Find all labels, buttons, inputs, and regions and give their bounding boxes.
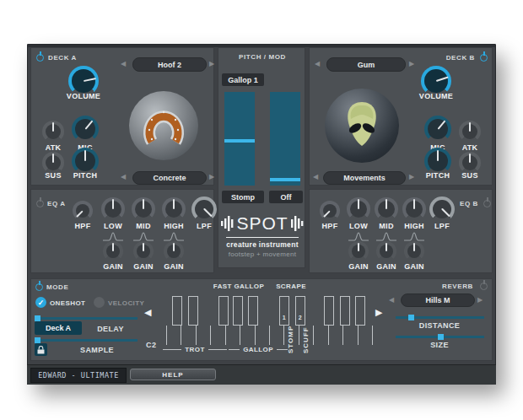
- eq-a-gain-label: GAIN: [164, 262, 184, 271]
- deck-a-volume-label: VOLUME: [67, 92, 100, 100]
- lock-icon: [37, 346, 45, 354]
- pitch-slider-2[interactable]: [270, 92, 300, 186]
- sample-slider[interactable]: [35, 339, 137, 342]
- pitch-slider-1-handle[interactable]: [224, 139, 255, 143]
- eq-a-low-gain-knob[interactable]: [103, 241, 123, 261]
- eq-b-high-label: HIGH: [404, 222, 424, 230]
- deck-a-mode-button[interactable]: Deck A: [35, 321, 82, 335]
- deck-b-power-icon[interactable]: [480, 54, 488, 62]
- black-key[interactable]: [355, 296, 365, 326]
- deck-b-sample-next-icon[interactable]: ▶: [409, 61, 414, 67]
- black-key-scrape-1[interactable]: [279, 296, 289, 326]
- lock-button[interactable]: [35, 343, 47, 356]
- black-key[interactable]: [172, 296, 182, 326]
- white-key-separator: [240, 326, 240, 345]
- eq-a-lpf-knob[interactable]: [191, 197, 217, 222]
- size-slider[interactable]: [396, 336, 484, 338]
- eq-a-power-icon[interactable]: [36, 200, 44, 207]
- eq-a-mid-gain-knob[interactable]: [133, 241, 154, 261]
- eq-a-mid-label: MID: [136, 222, 150, 230]
- eq-a-mid-knob[interactable]: [132, 197, 155, 221]
- delay-label[interactable]: DELAY: [97, 325, 124, 333]
- deck-mode-slider[interactable]: [35, 317, 137, 320]
- scuff-label: SCUFF: [302, 325, 310, 353]
- distance-slider-handle[interactable]: [408, 315, 414, 320]
- oneshot-checkbox[interactable]: [35, 297, 46, 308]
- deck-b-surface-select[interactable]: Movements: [323, 171, 406, 185]
- eq-b-high-knob[interactable]: [402, 197, 426, 221]
- trot-label: TROT: [185, 346, 204, 353]
- white-key-separator: [210, 326, 211, 345]
- eq-a-low-knob[interactable]: [101, 197, 125, 221]
- black-key-scrape-2[interactable]: [295, 296, 305, 326]
- pitch-slider-1[interactable]: [224, 92, 255, 186]
- reverb-preset-select[interactable]: Hills M: [401, 293, 475, 307]
- deck-a-sample-select[interactable]: Hoof 2: [132, 57, 207, 72]
- deck-b-surface-prev-icon[interactable]: ◀: [313, 174, 318, 180]
- sample-slider-handle[interactable]: [35, 337, 40, 343]
- eq-a-high-gain-knob[interactable]: [164, 241, 184, 261]
- deck-a-power-icon[interactable]: [36, 54, 44, 62]
- eq-b-mid-gain-knob[interactable]: [376, 241, 396, 261]
- pitch-mod-panel: PITCH / MOD Gallop 1 Stomp Off SPOT cr: [218, 47, 305, 268]
- white-key-separator: [181, 326, 181, 345]
- eq-b-panel: EQ B HPF LOW MID HIGH LPF GAIN GAIN GAIN: [309, 189, 493, 273]
- deck-b-atk-knob[interactable]: [459, 121, 481, 143]
- pitch-mod-bottom-right-button[interactable]: Off: [269, 191, 303, 203]
- eq-b-low-gain-knob[interactable]: [348, 241, 369, 261]
- mode-title: MODE: [46, 283, 68, 291]
- eq-b-lpf-knob[interactable]: [429, 197, 455, 222]
- deck-b-surface-next-icon[interactable]: ▶: [409, 174, 414, 180]
- eq-b-power-icon[interactable]: [483, 200, 491, 207]
- keyboard-next-button[interactable]: ▶: [375, 308, 382, 317]
- deck-a-sus-label: SUS: [45, 171, 61, 180]
- deck-a-surface-select[interactable]: Concrete: [132, 171, 207, 185]
- black-key[interactable]: [233, 296, 243, 326]
- distance-label: DISTANCE: [419, 321, 461, 330]
- eq-a-high-knob[interactable]: [162, 197, 186, 221]
- reverb-power-icon[interactable]: [480, 283, 488, 290]
- pitch-mod-bottom-left-button[interactable]: Stomp: [222, 191, 264, 203]
- deck-a-atk-knob[interactable]: [42, 121, 64, 143]
- eq-a-hpf-knob[interactable]: [73, 201, 93, 221]
- deck-b-title: DECK B: [446, 54, 475, 62]
- size-slider-handle[interactable]: [438, 334, 444, 340]
- deck-b-sample-select[interactable]: Gum: [326, 57, 406, 72]
- eq-b-low-knob[interactable]: [347, 197, 370, 221]
- black-key[interactable]: [324, 296, 334, 326]
- deck-a-sample-next-icon[interactable]: ▶: [209, 61, 214, 67]
- velocity-checkbox[interactable]: [94, 297, 105, 308]
- eq-b-gain-label: GAIN: [404, 262, 424, 271]
- deck-a-surface-next-icon[interactable]: ▶: [209, 174, 214, 180]
- eq-a-gain-label: GAIN: [133, 262, 154, 271]
- deck-a-title: DECK A: [48, 54, 77, 62]
- deck-a-sample-prev-icon[interactable]: ◀: [121, 61, 126, 67]
- pitch-slider-2-handle[interactable]: [270, 178, 300, 181]
- deck-a-surface-prev-icon[interactable]: ◀: [121, 174, 126, 180]
- keyboard-prev-button[interactable]: ◀: [144, 308, 151, 317]
- deck-b-mic-knob[interactable]: [424, 116, 451, 143]
- mode-power-icon[interactable]: [35, 283, 43, 291]
- bell-curve-icon: [375, 232, 397, 241]
- deck-a-mic-knob[interactable]: [72, 116, 99, 143]
- logo-name: SPOT: [236, 213, 288, 234]
- black-key[interactable]: [248, 296, 258, 326]
- eq-b-high-gain-knob[interactable]: [404, 241, 424, 261]
- deck-b-sample-prev-icon[interactable]: ◀: [315, 61, 320, 67]
- deck-mode-slider-handle[interactable]: [35, 315, 40, 321]
- distance-slider[interactable]: [396, 316, 484, 319]
- eq-b-hpf-knob[interactable]: [320, 201, 340, 221]
- black-key[interactable]: [340, 296, 350, 326]
- white-key-separator: [313, 326, 314, 345]
- white-key-separator: [283, 326, 284, 345]
- black-key[interactable]: [188, 296, 198, 326]
- reverb-preset-next-icon[interactable]: ▶: [477, 297, 483, 304]
- reverb-preset-prev-icon[interactable]: ◀: [389, 297, 394, 304]
- help-button[interactable]: HELP: [130, 369, 216, 380]
- black-key[interactable]: [218, 296, 229, 326]
- eq-b-mid-knob[interactable]: [375, 197, 398, 221]
- logo-bars-left-icon: [221, 215, 234, 232]
- preset-name-display[interactable]: EDWARD - ULTIMATE: [30, 368, 127, 383]
- horseshoe-icon: [129, 91, 198, 160]
- white-key-separator: [166, 326, 167, 345]
